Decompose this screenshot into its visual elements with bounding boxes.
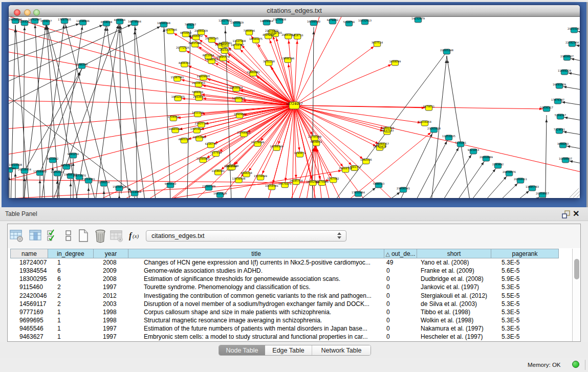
- table-vertical-scrollbar[interactable]: [572, 249, 580, 341]
- network-graph[interactable]: 3418733206616532241272045952621858327511…: [9, 17, 580, 198]
- float-window-icon[interactable]: [562, 210, 570, 218]
- svg-text:16691609: 16691609: [553, 83, 566, 86]
- network-canvas[interactable]: 3418733206616532241272045952621858327511…: [9, 17, 580, 198]
- table-cell: Tibbo et al. (1998): [417, 308, 491, 316]
- table-cell: 1997: [94, 283, 128, 291]
- status-bar: Memory: OK: [0, 358, 588, 372]
- table-cell: 5.6E-5: [491, 267, 559, 275]
- window-titlebar[interactable]: citations_edges.txt: [9, 5, 580, 17]
- svg-text:14232879: 14232879: [411, 17, 425, 20]
- table-row[interactable]: 1872400712008Changes of HCN gene express…: [10, 258, 572, 267]
- svg-text:18733787: 18733787: [231, 43, 244, 47]
- show-columns-icon[interactable]: [29, 229, 42, 243]
- table-cell: Franke et al. (2009): [417, 267, 491, 275]
- status-separator: [585, 360, 585, 370]
- svg-text:21394965: 21394965: [197, 157, 210, 160]
- svg-text:13846196: 13846196: [281, 57, 294, 60]
- table-row[interactable]: 977716911998Corpus callosum shape and si…: [10, 308, 572, 316]
- delete-icon[interactable]: [94, 229, 107, 243]
- table-row[interactable]: 946554611997Estimation of the future num…: [10, 324, 572, 333]
- function-builder-icon[interactable]: f (x): [128, 230, 144, 242]
- table-row[interactable]: 969969511998Structural magnetic resonanc…: [10, 316, 572, 324]
- column-header-year[interactable]: year: [94, 249, 128, 258]
- table-settings-icon[interactable]: [10, 229, 24, 243]
- svg-text:7396348: 7396348: [76, 63, 88, 66]
- column-header-pagerank[interactable]: pagerank: [491, 249, 559, 258]
- table-row[interactable]: 2242004622012Investigating the contribut…: [10, 292, 572, 300]
- table-row[interactable]: 1938455462009Genome-wide association stu…: [10, 267, 572, 275]
- table-cell: 2009: [94, 267, 128, 275]
- svg-text:20218454: 20218454: [18, 168, 31, 171]
- svg-text:23408341: 23408341: [397, 187, 410, 190]
- table-cell: 2: [48, 283, 94, 291]
- column-header-short[interactable]: short: [417, 249, 491, 258]
- svg-text:(x): (x): [133, 233, 139, 239]
- table-cell: 19384554: [10, 267, 48, 275]
- svg-text:8421692: 8421692: [47, 157, 59, 160]
- svg-text:24284245: 24284245: [205, 37, 219, 40]
- tab-node-table[interactable]: Node Table: [219, 345, 265, 356]
- svg-text:15387981: 15387981: [170, 76, 184, 79]
- svg-text:20658676: 20658676: [503, 170, 516, 173]
- svg-text:9391256: 9391256: [68, 152, 79, 156]
- table-cell: 5.3E-5: [491, 333, 559, 341]
- svg-text:3031228: 3031228: [263, 60, 275, 63]
- svg-text:6518128: 6518128: [101, 20, 113, 24]
- table-cell: 0: [384, 275, 417, 283]
- svg-text:22582364: 22582364: [565, 41, 579, 44]
- close-panel-icon[interactable]: ✕: [573, 209, 579, 218]
- svg-text:6839452: 6839452: [311, 140, 322, 143]
- svg-text:20203283: 20203283: [568, 27, 580, 30]
- svg-text:5318756: 5318756: [343, 20, 355, 24]
- rows-icon[interactable]: [65, 229, 72, 243]
- table-cell: Changes of HCN gene expression and I(f) …: [128, 258, 384, 267]
- tab-edge-table[interactable]: Edge Table: [265, 345, 312, 356]
- svg-text:16878684: 16878684: [128, 20, 141, 23]
- svg-text:10332613: 10332613: [358, 19, 372, 22]
- import-table-disabled-icon[interactable]: [110, 229, 123, 243]
- column-header-indegree[interactable]: in_degree: [48, 249, 94, 258]
- svg-text:13885783: 13885783: [526, 185, 539, 188]
- table-cell: 1: [48, 316, 94, 324]
- svg-text:16495578: 16495578: [216, 55, 230, 58]
- table-cell: 2008: [94, 275, 128, 283]
- svg-text:3607524: 3607524: [372, 41, 383, 44]
- table-row[interactable]: 1456911722003Disruption of a novel membe…: [10, 300, 572, 308]
- table-cell: 2003: [94, 300, 128, 308]
- table-cell: 5.3E-5: [491, 300, 559, 308]
- table-cell: 1997: [94, 324, 128, 333]
- svg-text:3190671: 3190671: [294, 151, 306, 155]
- table-row[interactable]: 1830029562008Estimation of significance …: [10, 275, 572, 283]
- tab-network-table[interactable]: Network Table: [312, 345, 371, 356]
- table-panel-title: Table Panel: [5, 210, 37, 217]
- window-zoom-button[interactable]: [33, 9, 40, 16]
- column-header-outde[interactable]: △out_de...: [384, 249, 417, 258]
- svg-text:7684426: 7684426: [192, 91, 204, 94]
- table-row[interactable]: 911546021997Tourette syndrome. Phenomeno…: [10, 283, 572, 291]
- table-cell: 5.3E-5: [491, 308, 559, 316]
- table-select-dropdown[interactable]: citations_edges.txt: [146, 230, 346, 242]
- select-columns-icon[interactable]: [47, 229, 59, 243]
- svg-text:19129088: 19129088: [251, 141, 265, 144]
- new-document-icon[interactable]: [77, 229, 90, 243]
- column-header-name[interactable]: name: [10, 249, 48, 258]
- table-cell: Yano et al. (2008): [417, 258, 491, 267]
- table-cell: 0: [384, 267, 417, 275]
- column-header-title[interactable]: title: [128, 249, 384, 258]
- table-cell: de Silva et al. (2003): [417, 300, 491, 308]
- scrollbar-thumb[interactable]: [574, 259, 579, 279]
- table-row[interactable]: 946362711997Embryonic stem cells: a mode…: [10, 333, 572, 341]
- svg-text:10274989: 10274989: [315, 180, 329, 183]
- window-minimize-button[interactable]: [24, 9, 31, 16]
- svg-text:22005248: 22005248: [440, 49, 453, 52]
- table-cell: 1: [48, 333, 94, 341]
- window-close-button[interactable]: [14, 9, 20, 16]
- svg-text:1704942: 1704942: [167, 115, 179, 118]
- table-cell: 5.3E-5: [491, 316, 559, 324]
- svg-text:7340836: 7340836: [244, 29, 255, 32]
- table-cell: 0: [384, 283, 417, 291]
- svg-text:1882106: 1882106: [360, 158, 372, 161]
- svg-text:23248329: 23248329: [225, 164, 238, 167]
- table-cell: Genome-wide association studies in ADHD.: [128, 267, 384, 275]
- svg-text:15452222: 15452222: [51, 170, 64, 173]
